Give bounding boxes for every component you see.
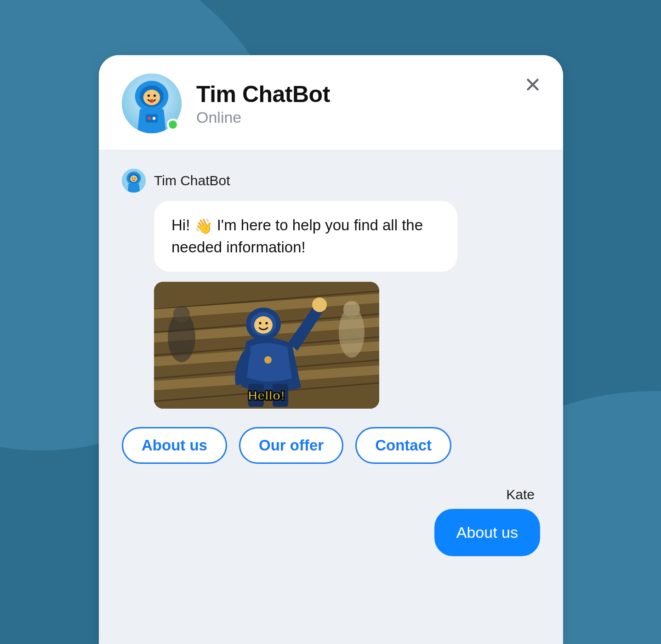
svg-point-33 xyxy=(254,316,273,334)
svg-point-34 xyxy=(259,322,261,324)
close-button[interactable] xyxy=(522,74,544,96)
user-sender-label: Kate xyxy=(506,487,535,502)
close-icon xyxy=(524,76,541,93)
svg-point-29 xyxy=(343,301,360,318)
message-sender-label: Tim ChatBot xyxy=(154,173,230,188)
bot-message-block: Tim ChatBot Hi! 👋 I'm here to help you f… xyxy=(122,169,540,464)
bot-message-bubble: Hi! 👋 I'm here to help you find all the … xyxy=(154,201,457,272)
online-status-dot xyxy=(167,119,179,131)
quick-reply-our-offer[interactable]: Our offer xyxy=(239,427,343,464)
svg-rect-7 xyxy=(146,114,158,122)
quick-reply-about-us[interactable]: About us xyxy=(122,427,227,464)
bot-status: Online xyxy=(196,108,330,126)
svg-point-5 xyxy=(154,95,156,97)
bot-name: Tim ChatBot xyxy=(196,81,330,108)
svg-point-38 xyxy=(264,356,272,364)
bot-avatar-wrap xyxy=(122,74,182,133)
svg-point-35 xyxy=(265,322,268,324)
svg-point-27 xyxy=(173,306,190,322)
wave-emoji: 👋 xyxy=(194,216,213,237)
svg-point-6 xyxy=(149,99,154,103)
message-meta: Tim ChatBot xyxy=(122,169,540,193)
svg-point-14 xyxy=(132,177,133,178)
message-text-part: Hi! xyxy=(171,217,194,234)
svg-point-13 xyxy=(130,176,137,182)
bot-avatar-small xyxy=(122,169,146,193)
svg-point-3 xyxy=(143,90,160,105)
svg-point-9 xyxy=(153,117,156,120)
chat-body[interactable]: Tim ChatBot Hi! 👋 I'm here to help you f… xyxy=(99,150,563,644)
chat-header: Tim ChatBot Online xyxy=(99,55,563,150)
user-message-bubble: About us xyxy=(434,509,540,556)
svg-point-15 xyxy=(135,177,136,178)
gif-attachment[interactable]: Hello! xyxy=(154,282,379,409)
gif-caption: Hello! xyxy=(248,388,285,403)
svg-point-4 xyxy=(148,95,150,97)
quick-replies: About us Our offer Contact xyxy=(122,427,540,464)
chat-window: Tim ChatBot Online xyxy=(99,55,563,644)
svg-point-8 xyxy=(148,117,151,120)
quick-reply-contact[interactable]: Contact xyxy=(355,427,451,464)
header-text: Tim ChatBot Online xyxy=(196,81,330,126)
user-message-block: Kate About us xyxy=(122,487,540,556)
astronaut-icon xyxy=(122,169,146,193)
svg-point-30 xyxy=(312,297,327,312)
